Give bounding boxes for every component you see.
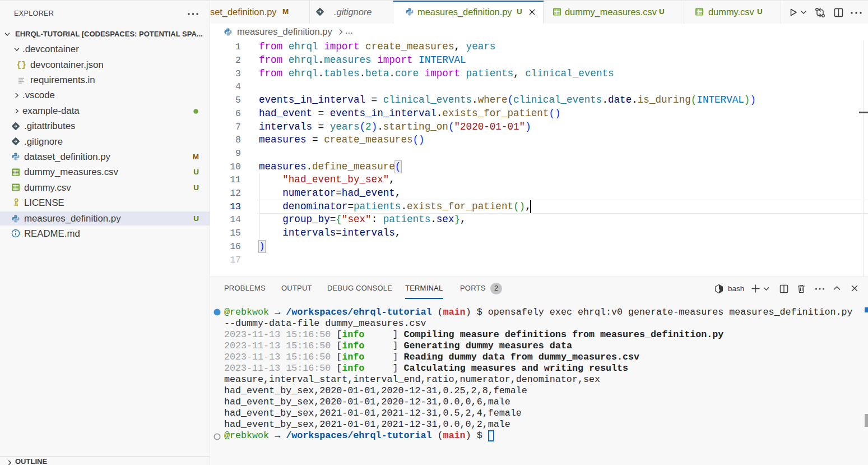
svg-text:{}: {} bbox=[17, 61, 26, 69]
svg-text:$: $ bbox=[718, 288, 721, 292]
